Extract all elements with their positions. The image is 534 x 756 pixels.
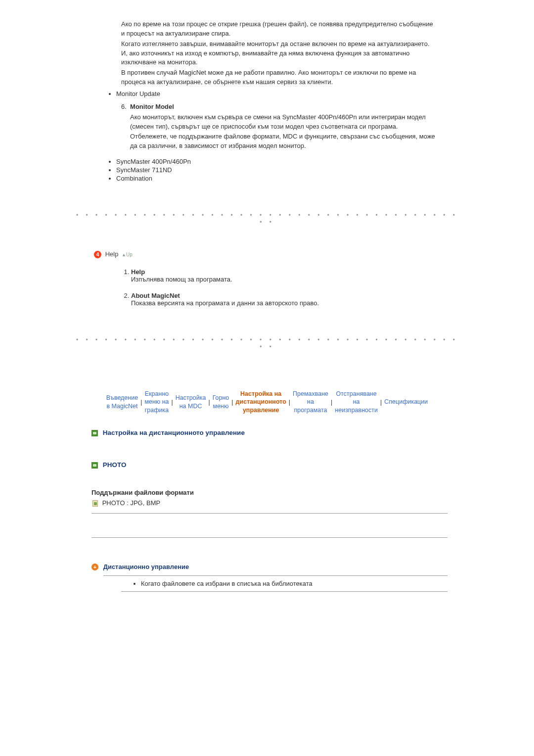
nav-troubleshoot[interactable]: Отстраняваненанеизправности <box>335 390 378 414</box>
nav-osd[interactable]: Екранноменю награфика <box>144 390 169 414</box>
nav-tabs: Въведениев MagicNet | Екранноменю награф… <box>72 390 462 414</box>
plus-icon: + <box>91 564 98 570</box>
help-item: Help Изпълнява помощ за програмата. <box>131 268 462 283</box>
help-item-title: About MagicNet <box>131 292 180 299</box>
help-item-title: Help <box>131 268 145 276</box>
formats-text: PHOTO : JPG, BMP <box>102 499 161 507</box>
monitor-icon <box>91 430 98 436</box>
nav-mdc[interactable]: Настройкана MDC <box>176 394 206 409</box>
nav-intro[interactable]: Въведениев MagicNet <box>106 394 138 409</box>
nav-uninstall[interactable]: Премахваненапрограмата <box>293 390 328 414</box>
list-item: Combination <box>116 175 462 182</box>
help-item-desc: Показва версията на програмата и данни з… <box>131 299 319 307</box>
section-title: Help <box>105 250 119 258</box>
paragraph: Ако по време на този процес се открие гр… <box>121 20 438 39</box>
help-item: About MagicNet Показва версията на прогр… <box>131 292 462 307</box>
up-link[interactable]: ▲Up <box>122 252 133 257</box>
help-item-desc: Изпълнява помощ за програмата. <box>131 276 232 283</box>
remote-control-title: Дистанционно управление <box>103 563 189 570</box>
section-divider: • • • • • • • • • • • • • • • • • • • • … <box>72 336 462 350</box>
paragraph: Отбележете, че поддържаните файлове форм… <box>130 132 438 151</box>
remote-setup-title: Настройка на дистанционното управление <box>103 429 245 436</box>
item-number: 6. <box>121 103 127 110</box>
photo-title: PHOTO <box>103 461 127 469</box>
divider <box>103 575 447 576</box>
section-divider: • • • • • • • • • • • • • • • • • • • • … <box>72 212 462 226</box>
section-badge-icon: 4 <box>94 251 101 258</box>
divider <box>91 513 447 514</box>
list-item: Monitor Update <box>116 90 462 97</box>
item-title: Monitor Model <box>130 103 174 110</box>
up-arrow-icon: ▲ <box>122 252 126 257</box>
file-icon <box>91 500 98 507</box>
monitor-icon <box>91 462 98 469</box>
list-item: SyncMaster 400Pn/460Pn <box>116 158 462 165</box>
nav-remote-setup[interactable]: Настройка надистанционнотоуправление <box>234 390 288 414</box>
list-item: SyncMaster 711ND <box>116 166 462 174</box>
divider <box>121 591 447 592</box>
divider <box>91 537 447 538</box>
formats-heading: Поддържани файлови формати <box>91 488 447 498</box>
nav-top-menu[interactable]: Горноменю <box>213 394 229 409</box>
nav-specs[interactable]: Спецификации <box>384 398 428 405</box>
paragraph: Ако мониторът, включен към сървъра се см… <box>130 113 438 132</box>
list-item: Когато файловете са избрани в списъка на… <box>141 580 447 587</box>
paragraph: В противен случай MagicNet може да не ра… <box>121 68 438 87</box>
paragraph: Когато изтеглянето завърши, внимавайте м… <box>121 40 438 68</box>
